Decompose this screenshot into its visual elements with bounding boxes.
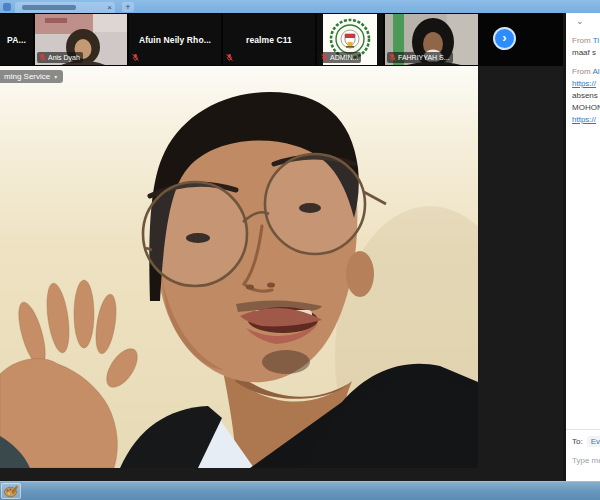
chat-message-input[interactable] (572, 456, 600, 465)
muted-mic-icon (226, 53, 233, 62)
main-speaker-video: ming Service ▾ (0, 66, 478, 468)
chat-message-text: MOHON (572, 102, 600, 114)
paint-app-taskbar-button[interactable] (1, 483, 21, 499)
chat-sender-name: Al (592, 67, 599, 76)
to-label: To: (572, 437, 583, 446)
chat-from-prefix: From (572, 36, 591, 45)
caret-down-icon: ▾ (54, 73, 57, 80)
participant-name-badge: Anis Dyah (37, 52, 83, 63)
taskbar (0, 481, 600, 500)
participant-tile-realme[interactable]: realme C11 (223, 14, 315, 65)
chat-collapse-icon[interactable]: ⌄ (576, 16, 584, 26)
chat-message-link[interactable]: https:// (572, 114, 600, 126)
muted-mic-icon (132, 53, 139, 62)
recipient-dropdown[interactable]: Everyone (587, 436, 600, 447)
streaming-service-label: ming Service (4, 72, 50, 81)
composer-divider (566, 429, 600, 430)
next-participants-button[interactable]: › (493, 27, 516, 50)
participant-tile-afuin[interactable]: Afuin Neily Rho... (129, 14, 221, 65)
chat-message-text: absens (572, 90, 600, 102)
main-video-area: ming Service ▾ (0, 66, 566, 481)
participant-name: ADMIN... (330, 54, 358, 61)
participants-strip: PA... Anis Dyah Afuin Neily Rho... realm (0, 13, 566, 66)
muted-mic-icon (39, 53, 46, 62)
browser-tab-bar: × + (0, 0, 600, 13)
participant-tile-anis-dyah[interactable]: Anis Dyah (35, 14, 127, 65)
chat-message-sender: From Ti (572, 35, 600, 47)
chat-message-link[interactable]: https:// (572, 78, 600, 90)
participant-tile-fahriyyah[interactable]: FAHRIYYAH S... (385, 14, 478, 65)
participant-name: Anis Dyah (48, 54, 80, 61)
chat-recipient-row: To: Everyone (572, 436, 600, 447)
participant-name-badge: FAHRIYYAH S... (387, 52, 453, 63)
new-tab-button[interactable]: + (122, 2, 134, 12)
chat-message-text: maaf s (572, 47, 600, 59)
tab-close-icon[interactable]: × (107, 2, 112, 13)
chat-panel: ⌄ From Ti maaf s From Al https:// absens… (563, 13, 600, 481)
chat-sender-name: Ti (593, 36, 599, 45)
participant-name: Afuin Neily Rho... (129, 14, 221, 65)
zoom-meeting-window: × + PA... Anis Dyah Afuin Neily R (0, 0, 600, 500)
chat-message-list: From Ti maaf s From Al https:// absens M… (572, 35, 600, 126)
chat-message-sender: From Al (572, 66, 600, 78)
tab-title (22, 5, 76, 10)
participant-tile-admin[interactable]: ADMIN... (317, 14, 383, 65)
tab-favicon-icon (3, 3, 11, 11)
participant-name: PA... (0, 14, 33, 65)
chat-from-prefix: From (572, 67, 591, 76)
participant-tile-pa[interactable]: PA... (0, 14, 33, 65)
paint-palette-icon (4, 485, 18, 498)
participant-name-badge: ADMIN... (319, 52, 361, 63)
streaming-service-dropdown[interactable]: ming Service ▾ (0, 70, 63, 83)
muted-mic-icon (321, 53, 328, 62)
browser-tab[interactable]: × (15, 2, 115, 13)
participant-name: realme C11 (223, 14, 315, 65)
participant-name: FAHRIYYAH S... (398, 54, 450, 61)
muted-mic-icon (389, 53, 396, 62)
speaker-illustration (0, 66, 478, 468)
